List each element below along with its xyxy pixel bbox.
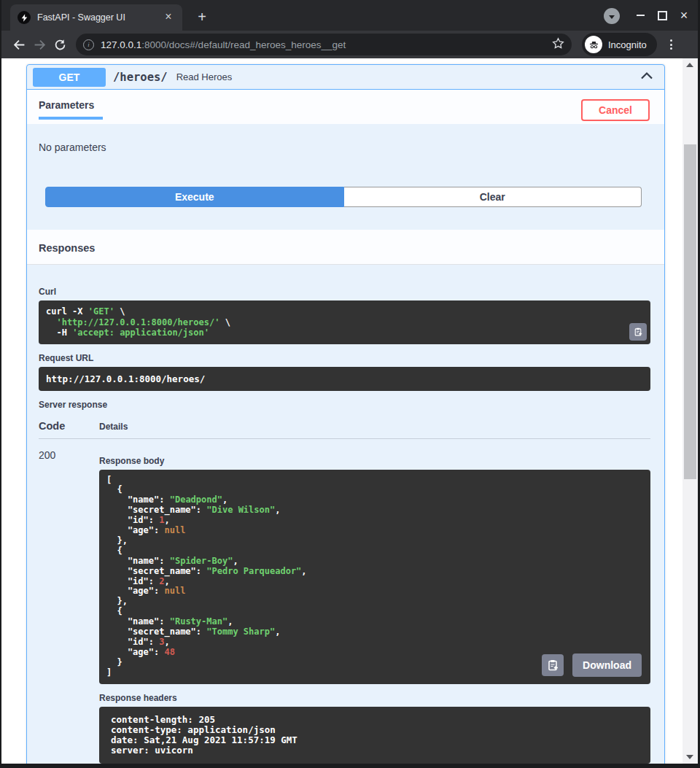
response-body-block: [ { "name": "Deadpond", "secret_name": "… [99,470,650,684]
copy-response-button[interactable] [542,654,564,676]
execute-row: Execute Clear [27,153,664,230]
endpoint-summary: Read Heroes [176,71,639,82]
incognito-icon [585,36,602,53]
response-row: 200 Response body [ { "name": "Deadpond"… [39,439,650,764]
url-host: 127.0.0.1 [101,39,141,50]
response-headers-label: Response headers [99,693,650,703]
tab-search-button[interactable] [604,8,620,24]
copy-curl-button[interactable] [629,323,647,341]
response-table-header: Code Details [39,420,650,439]
clipboard-icon [634,327,642,337]
no-parameters-text: No parameters [39,141,106,153]
reload-button[interactable] [50,34,70,55]
responses-body: Curl curl -X 'GET' \ 'http://127.0.0.1:8… [27,265,664,764]
vertical-scrollbar[interactable] [682,58,698,764]
back-button[interactable] [9,34,29,55]
response-body-code: [ { "name": "Deadpond", "secret_name": "… [99,470,650,684]
tab-parameters[interactable]: Parameters [39,90,103,120]
browser-toolbar: i 127.0.0.1:8000/docs#/default/read_hero… [1,31,698,58]
fastapi-favicon-icon [18,11,31,24]
code-column-header: Code [39,420,99,432]
curl-label: Curl [39,287,650,297]
opblock-summary[interactable]: GET /heroes/ Read Heroes [27,65,664,90]
responses-title: Responses [39,242,95,254]
response-details: Response body [ { "name": "Deadpond", "s… [99,449,650,764]
server-response-label: Server response [39,400,650,410]
status-code: 200 [39,449,99,764]
method-badge: GET [33,68,106,87]
details-column-header: Details [99,422,128,432]
server-response-table: Code Details 200 Response body [ { "name… [39,420,650,764]
download-button[interactable]: Download [572,653,642,677]
parameters-header: Parameters Cancel [27,90,664,124]
tab-close-icon[interactable]: × [162,11,175,24]
browser-tab[interactable]: FastAPI - Swagger UI × [10,4,182,31]
curl-code: curl -X 'GET' \ 'http://127.0.0.1:8000/h… [39,300,650,344]
url-bar[interactable]: i 127.0.0.1:8000/docs#/default/read_hero… [76,34,572,55]
maximize-button[interactable] [655,9,669,22]
response-headers-code: content-length: 205 content-type: applic… [99,707,650,764]
caret-down-icon [609,15,615,19]
clipboard-icon [547,659,559,671]
parameters-body: No parameters [27,124,664,153]
incognito-badge: Incognito [582,33,657,56]
browser-menu-button[interactable] [664,39,679,50]
site-info-icon[interactable]: i [83,39,94,50]
incognito-label: Incognito [608,39,647,50]
scroll-thumb[interactable] [684,144,696,479]
endpoint-path: /heroes/ [113,71,168,84]
minimize-button[interactable] [633,9,648,22]
opblock-get-heroes: GET /heroes/ Read Heroes Parameters Canc… [26,64,665,764]
clear-button[interactable]: Clear [344,187,642,207]
scroll-down-arrow-icon[interactable] [686,755,693,759]
tab-bar: FastAPI - Swagger UI × + × [1,0,698,31]
response-headers-block: content-length: 205 content-type: applic… [99,707,650,764]
execute-button[interactable]: Execute [45,187,344,207]
cancel-button[interactable]: Cancel [581,99,650,121]
swagger-content: GET /heroes/ Read Heroes Parameters Canc… [1,58,682,764]
responses-header: Responses [27,230,664,265]
new-tab-button[interactable]: + [192,8,211,27]
forward-button[interactable] [29,34,50,55]
url-path: :8000/docs#/default/read_heroes_heroes__… [141,39,346,50]
request-url-value: http://127.0.0.1:8000/heroes/ [39,367,650,391]
window-close-button[interactable]: × [677,9,691,22]
page: GET /heroes/ Read Heroes Parameters Canc… [1,58,698,764]
collapse-chevron-icon[interactable] [639,69,654,86]
response-body-actions: Download [542,653,642,677]
tab-title: FastAPI - Swagger UI [37,12,162,23]
request-url-label: Request URL [39,353,650,363]
response-body-label: Response body [99,456,650,466]
scroll-up-arrow-icon[interactable] [686,63,693,67]
bookmark-star-icon[interactable] [552,37,564,53]
browser-window: FastAPI - Swagger UI × + × i 127.0.0.1:8… [0,0,700,768]
request-url-block: http://127.0.0.1:8000/heroes/ [39,367,650,391]
url-text[interactable]: 127.0.0.1:8000/docs#/default/read_heroes… [101,39,552,50]
curl-block: curl -X 'GET' \ 'http://127.0.0.1:8000/h… [39,300,650,344]
